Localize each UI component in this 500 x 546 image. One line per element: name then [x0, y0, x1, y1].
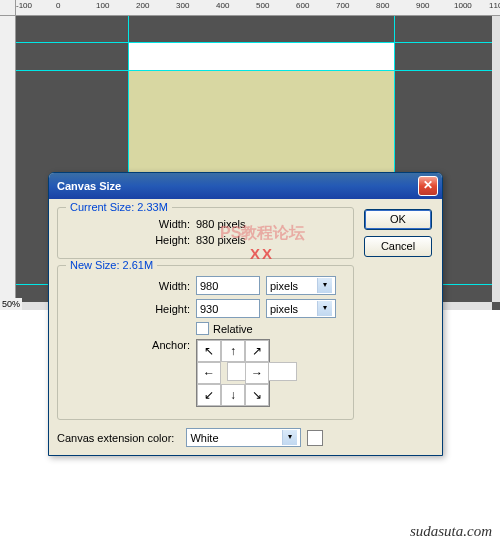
chevron-down-icon: ▾	[317, 278, 332, 293]
anchor-b[interactable]: ↓	[221, 384, 245, 406]
current-size-legend: Current Size: 2.33M	[66, 201, 172, 213]
height-unit-select[interactable]: pixels ▾	[266, 299, 336, 318]
ruler-corner	[0, 0, 16, 16]
chevron-down-icon: ▾	[317, 301, 332, 316]
zoom-indicator[interactable]: 50%	[0, 298, 22, 310]
new-size-legend: New Size: 2.61M	[66, 259, 157, 271]
relative-checkbox[interactable]	[196, 322, 209, 335]
ruler-vertical	[0, 16, 16, 310]
width-input[interactable]	[196, 276, 260, 295]
close-icon[interactable]: ✕	[418, 176, 438, 196]
width-unit-select[interactable]: pixels ▾	[266, 276, 336, 295]
chevron-down-icon: ▾	[282, 430, 297, 445]
watermark-url: sudasuta.com	[410, 523, 492, 540]
height-value: 830 pixels	[196, 234, 246, 246]
color-swatch[interactable]	[307, 430, 323, 446]
canvas-white-area	[128, 42, 394, 70]
scrollbar-vertical[interactable]	[492, 16, 500, 302]
extension-color-label: Canvas extension color:	[57, 432, 180, 444]
dialog-title: Canvas Size	[57, 180, 418, 192]
guide-horizontal[interactable]	[16, 42, 492, 43]
anchor-r[interactable]: →	[245, 362, 269, 384]
anchor-tr[interactable]: ↗	[245, 340, 269, 362]
extension-color-select[interactable]: White ▾	[186, 428, 301, 447]
anchor-l[interactable]: ←	[197, 362, 221, 384]
height-input[interactable]	[196, 299, 260, 318]
extension-color-value: White	[190, 432, 218, 444]
ok-button[interactable]: OK	[364, 209, 432, 230]
width-value: 980 pixels	[196, 218, 246, 230]
ruler-horizontal: -1000100 200300400 500600700 8009001000 …	[16, 0, 500, 16]
anchor-bl[interactable]: ↙	[197, 384, 221, 406]
anchor-tl[interactable]: ↖	[197, 340, 221, 362]
guide-horizontal[interactable]	[16, 70, 492, 71]
relative-label: Relative	[213, 323, 253, 335]
height-label: Height:	[66, 303, 196, 315]
anchor-grid: ↖ ↑ ↗ ← → ↙ ↓ ↘	[196, 339, 270, 407]
unit-value: pixels	[270, 303, 298, 315]
anchor-t[interactable]: ↑	[221, 340, 245, 362]
anchor-br[interactable]: ↘	[245, 384, 269, 406]
anchor-label: Anchor:	[66, 339, 196, 351]
height-label: Height:	[66, 234, 196, 246]
cancel-button[interactable]: Cancel	[364, 236, 432, 257]
canvas-size-dialog: Canvas Size ✕ OK Cancel Current Size: 2.…	[48, 172, 443, 456]
unit-value: pixels	[270, 280, 298, 292]
width-label: Width:	[66, 280, 196, 292]
width-label: Width:	[66, 218, 196, 230]
dialog-titlebar[interactable]: Canvas Size ✕	[49, 173, 442, 199]
